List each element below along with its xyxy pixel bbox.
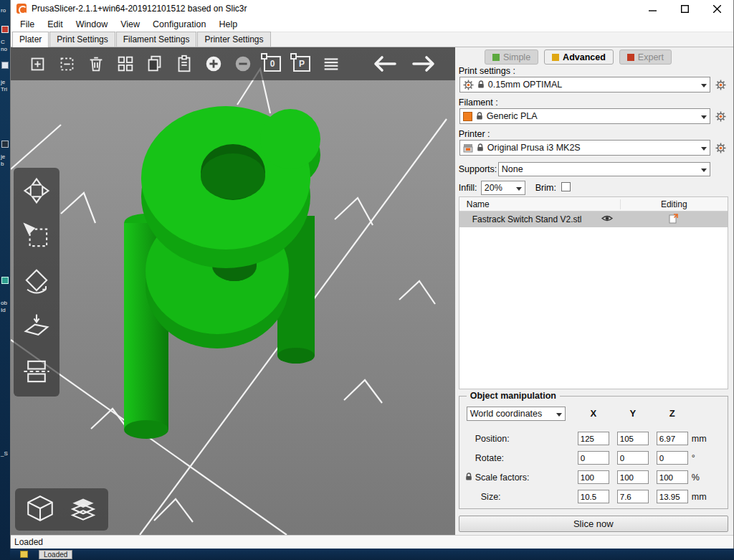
uniform-scale-lock-icon[interactable]: [465, 473, 472, 483]
mode-expert-button[interactable]: Expert: [619, 49, 672, 65]
undo-icon[interactable]: [370, 53, 399, 75]
eye-icon[interactable]: [601, 214, 613, 224]
scale-x-input[interactable]: [578, 470, 609, 484]
layers-editing-icon[interactable]: [320, 53, 342, 75]
printer-label: Printer :: [459, 129, 490, 139]
printer-combo[interactable]: Original Prusa i3 MK2S: [459, 140, 710, 156]
scale-tool-icon[interactable]: [22, 222, 51, 252]
desktop-icon-fragment: [1, 62, 9, 69]
delete-object-icon[interactable]: [56, 53, 77, 75]
gizmo-toolbar: [14, 168, 59, 397]
maximize-button[interactable]: [669, 0, 701, 17]
preview-sliced-icon[interactable]: [67, 494, 100, 525]
simple-mode-icon: [492, 54, 500, 61]
size-x-input[interactable]: [578, 490, 609, 503]
split-to-parts-icon[interactable]: P: [291, 53, 313, 75]
print-settings-value: 0.15mm OPTIMAL: [488, 80, 563, 90]
edit-printer-button[interactable]: [715, 142, 727, 154]
edit-filament-button[interactable]: [715, 110, 727, 123]
filament-combo[interactable]: Generic PLA: [459, 108, 710, 124]
brim-checkbox[interactable]: [561, 182, 571, 191]
object-manipulation-title: Object manipulation: [467, 391, 560, 401]
rotate-tool-icon[interactable]: [22, 267, 51, 298]
menu-edit[interactable]: Edit: [41, 18, 70, 31]
menu-configuration[interactable]: Configuration: [146, 18, 212, 31]
gear-icon: [463, 80, 474, 90]
scale-z-input[interactable]: [657, 470, 688, 484]
mode-simple-label: Simple: [503, 52, 530, 62]
mode-advanced-button[interactable]: Advanced: [544, 49, 614, 65]
tab-plater[interactable]: Plater: [12, 32, 49, 47]
axis-z-header: Z: [657, 408, 688, 419]
position-x-input[interactable]: [578, 432, 609, 445]
rotate-z-input[interactable]: [657, 451, 688, 465]
slice-now-button[interactable]: Slice now: [459, 516, 728, 532]
tab-printer-settings[interactable]: Printer Settings: [197, 32, 270, 47]
close-button[interactable]: [701, 0, 733, 17]
titlebar[interactable]: PrusaSlicer-2.1.1+win64-201912101512 bas…: [11, 0, 733, 17]
rotate-unit: °: [692, 453, 695, 463]
supports-value: None: [502, 164, 523, 174]
copy-icon[interactable]: [144, 53, 166, 75]
menu-help[interactable]: Help: [212, 18, 244, 31]
rotate-y-input[interactable]: [617, 451, 649, 465]
infill-combo[interactable]: 20%: [481, 181, 525, 195]
3d-editor-view-icon[interactable]: [24, 494, 57, 525]
printer-value: Original Prusa i3 MK2S: [487, 143, 581, 153]
expert-mode-icon: [627, 54, 634, 61]
tab-print-settings[interactable]: Print Settings: [49, 32, 115, 47]
chevron-down-icon: [556, 413, 562, 419]
rotate-x-input[interactable]: [578, 451, 609, 465]
viewport-canvas[interactable]: [11, 47, 455, 535]
size-y-input[interactable]: [617, 490, 649, 503]
background-window-icon: [20, 551, 28, 558]
redo-icon[interactable]: [410, 53, 439, 75]
object-row[interactable]: Fastrack Switch Stand V2.stl: [459, 212, 728, 227]
desktop-label-fragment: je: [1, 79, 5, 85]
remove-instance-icon[interactable]: [232, 53, 254, 75]
minimize-button[interactable]: [637, 0, 669, 17]
size-z-input[interactable]: [657, 490, 688, 503]
status-text: Loaded: [14, 537, 43, 547]
arrange-icon[interactable]: [115, 53, 136, 75]
coordinates-combo[interactable]: World coordinates: [467, 407, 566, 421]
app-icon: [16, 4, 27, 14]
add-object-icon[interactable]: [27, 53, 48, 75]
prusaslicer-window: PrusaSlicer-2.1.1+win64-201912101512 bas…: [10, 0, 734, 549]
add-instance-icon[interactable]: [203, 53, 224, 75]
desktop-icon-fragment: [1, 277, 9, 284]
menu-window[interactable]: Window: [70, 18, 114, 31]
advanced-mode-icon: [552, 54, 559, 61]
axis-x-header: X: [578, 408, 609, 419]
cut-tool-icon[interactable]: [22, 357, 51, 388]
column-editing: Editing: [620, 199, 728, 209]
lock-icon: [476, 112, 483, 120]
object-name: Fastrack Switch Stand V2.stl: [472, 214, 582, 224]
move-tool-icon[interactable]: [22, 176, 51, 207]
position-y-input[interactable]: [617, 432, 649, 445]
position-z-input[interactable]: [657, 432, 688, 445]
filament-color-swatch: [463, 112, 472, 121]
printer-icon: [463, 143, 473, 153]
split-to-objects-icon[interactable]: 0: [262, 53, 283, 75]
scale-y-input[interactable]: [617, 470, 649, 484]
viewport-3d[interactable]: 0 P: [11, 47, 455, 535]
tab-filament-settings[interactable]: Filament Settings: [116, 32, 197, 47]
mode-simple-button[interactable]: Simple: [485, 49, 538, 65]
print-settings-combo[interactable]: 0.15mm OPTIMAL: [459, 77, 710, 92]
object-manipulation-panel: Object manipulation World coordinates X …: [459, 396, 728, 509]
menu-file[interactable]: File: [14, 18, 41, 31]
print-settings-label: Print settings :: [459, 66, 515, 76]
gear-icon: [715, 111, 726, 122]
infill-value: 20%: [485, 183, 502, 193]
place-on-face-tool-icon[interactable]: [22, 312, 51, 343]
edit-print-settings-button[interactable]: [715, 79, 727, 91]
paste-icon[interactable]: [173, 53, 195, 75]
menu-view[interactable]: View: [114, 18, 146, 31]
delete-all-icon[interactable]: [85, 53, 107, 75]
chevron-down-icon: [701, 84, 707, 90]
background-window-status: Loaded: [39, 550, 72, 559]
desktop-strip-bottom: Loaded: [10, 549, 734, 560]
supports-combo[interactable]: None: [498, 162, 710, 176]
object-editing-icon[interactable]: [669, 214, 678, 226]
